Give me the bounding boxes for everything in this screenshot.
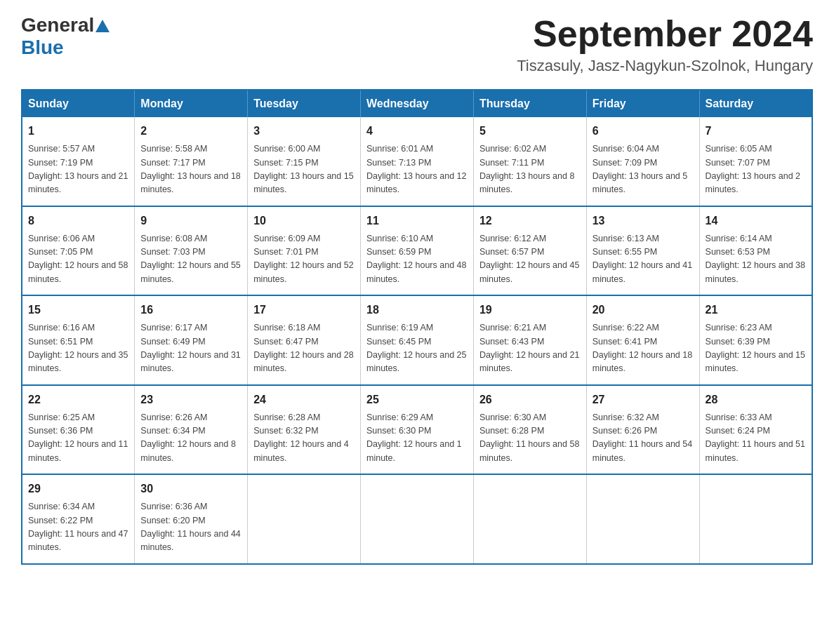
- calendar-cell: 28Sunrise: 6:33 AMSunset: 6:24 PMDayligh…: [699, 385, 812, 475]
- calendar-week-row: 15Sunrise: 6:16 AMSunset: 6:51 PMDayligh…: [22, 295, 812, 385]
- day-number: 28: [706, 391, 806, 408]
- calendar-cell: 8Sunrise: 6:06 AMSunset: 7:05 PMDaylight…: [22, 206, 135, 296]
- calendar-week-row: 8Sunrise: 6:06 AMSunset: 7:05 PMDaylight…: [22, 206, 812, 296]
- day-number: 2: [140, 123, 241, 140]
- day-number: 20: [593, 302, 694, 318]
- day-info: Sunrise: 6:04 AMSunset: 7:09 PMDaylight:…: [593, 142, 694, 197]
- calendar-cell: 12Sunrise: 6:12 AMSunset: 6:57 PMDayligh…: [473, 206, 586, 296]
- calendar-cell: [586, 474, 699, 564]
- calendar-cell: 18Sunrise: 6:19 AMSunset: 6:45 PMDayligh…: [361, 295, 474, 385]
- day-number: 22: [28, 391, 128, 408]
- day-number: 4: [366, 123, 468, 140]
- calendar-cell: 13Sunrise: 6:13 AMSunset: 6:55 PMDayligh…: [586, 206, 699, 296]
- day-info: Sunrise: 6:26 AMSunset: 6:34 PMDaylight:…: [140, 411, 241, 466]
- day-info: Sunrise: 6:17 AMSunset: 6:49 PMDaylight:…: [140, 321, 241, 376]
- calendar-cell: 14Sunrise: 6:14 AMSunset: 6:53 PMDayligh…: [699, 206, 812, 296]
- day-info: Sunrise: 6:18 AMSunset: 6:47 PMDaylight:…: [253, 321, 355, 376]
- logo: General Blue: [21, 14, 110, 59]
- calendar-cell: 21Sunrise: 6:23 AMSunset: 6:39 PMDayligh…: [699, 295, 812, 385]
- day-number: 19: [479, 302, 581, 318]
- day-number: 13: [593, 213, 694, 229]
- calendar-cell: 30Sunrise: 6:36 AMSunset: 6:20 PMDayligh…: [135, 474, 248, 564]
- calendar-week-row: 22Sunrise: 6:25 AMSunset: 6:36 PMDayligh…: [22, 385, 812, 475]
- calendar-cell: [361, 474, 474, 564]
- day-number: 30: [140, 481, 241, 497]
- day-info: Sunrise: 6:28 AMSunset: 6:32 PMDaylight:…: [253, 411, 355, 466]
- calendar-header-friday: Friday: [586, 90, 699, 117]
- day-number: 26: [479, 391, 581, 408]
- day-info: Sunrise: 6:34 AMSunset: 6:22 PMDaylight:…: [28, 500, 128, 555]
- day-number: 3: [253, 123, 355, 140]
- calendar-cell: 6Sunrise: 6:04 AMSunset: 7:09 PMDaylight…: [586, 117, 699, 206]
- calendar-cell: 20Sunrise: 6:22 AMSunset: 6:41 PMDayligh…: [586, 295, 699, 385]
- day-info: Sunrise: 6:01 AMSunset: 7:13 PMDaylight:…: [366, 142, 468, 197]
- location-subtitle: Tiszasuly, Jasz-Nagykun-Szolnok, Hungary: [517, 57, 813, 75]
- day-number: 23: [140, 391, 241, 408]
- day-info: Sunrise: 6:25 AMSunset: 6:36 PMDaylight:…: [28, 411, 128, 466]
- day-info: Sunrise: 6:05 AMSunset: 7:07 PMDaylight:…: [706, 142, 806, 197]
- calendar-table: SundayMondayTuesdayWednesdayThursdayFrid…: [21, 89, 813, 565]
- calendar-cell: 1Sunrise: 5:57 AMSunset: 7:19 PMDaylight…: [22, 117, 135, 206]
- calendar-cell: 4Sunrise: 6:01 AMSunset: 7:13 PMDaylight…: [361, 117, 474, 206]
- day-info: Sunrise: 6:06 AMSunset: 7:05 PMDaylight:…: [28, 232, 128, 287]
- day-number: 27: [593, 391, 694, 408]
- day-number: 18: [366, 302, 468, 318]
- day-info: Sunrise: 6:23 AMSunset: 6:39 PMDaylight:…: [706, 321, 806, 376]
- calendar-cell: 3Sunrise: 6:00 AMSunset: 7:15 PMDaylight…: [248, 117, 361, 206]
- day-number: 10: [253, 213, 355, 229]
- calendar-header-row: SundayMondayTuesdayWednesdayThursdayFrid…: [22, 90, 812, 117]
- calendar-header-sunday: Sunday: [22, 90, 135, 117]
- day-info: Sunrise: 6:09 AMSunset: 7:01 PMDaylight:…: [253, 232, 355, 287]
- day-number: 11: [366, 213, 468, 229]
- day-info: Sunrise: 6:36 AMSunset: 6:20 PMDaylight:…: [140, 500, 241, 555]
- calendar-cell: 17Sunrise: 6:18 AMSunset: 6:47 PMDayligh…: [248, 295, 361, 385]
- calendar-cell: 22Sunrise: 6:25 AMSunset: 6:36 PMDayligh…: [22, 385, 135, 475]
- calendar-week-row: 1Sunrise: 5:57 AMSunset: 7:19 PMDaylight…: [22, 117, 812, 206]
- month-title: September 2024: [517, 14, 813, 54]
- day-info: Sunrise: 6:08 AMSunset: 7:03 PMDaylight:…: [140, 232, 241, 287]
- calendar-header-saturday: Saturday: [699, 90, 812, 117]
- logo-blue-text: Blue: [21, 36, 64, 58]
- calendar-header-tuesday: Tuesday: [248, 90, 361, 117]
- day-number: 21: [706, 302, 806, 318]
- day-info: Sunrise: 6:16 AMSunset: 6:51 PMDaylight:…: [28, 321, 128, 376]
- day-number: 12: [479, 213, 581, 229]
- calendar-cell: 27Sunrise: 6:32 AMSunset: 6:26 PMDayligh…: [586, 385, 699, 475]
- day-number: 14: [706, 213, 806, 229]
- day-number: 25: [366, 391, 468, 408]
- calendar-cell: 9Sunrise: 6:08 AMSunset: 7:03 PMDaylight…: [135, 206, 248, 296]
- calendar-cell: 15Sunrise: 6:16 AMSunset: 6:51 PMDayligh…: [22, 295, 135, 385]
- day-number: 6: [593, 123, 694, 140]
- day-info: Sunrise: 6:19 AMSunset: 6:45 PMDaylight:…: [366, 321, 468, 376]
- day-number: 16: [140, 302, 241, 318]
- calendar-header-thursday: Thursday: [473, 90, 586, 117]
- day-info: Sunrise: 6:21 AMSunset: 6:43 PMDaylight:…: [479, 321, 581, 376]
- day-number: 29: [28, 481, 128, 497]
- calendar-cell: 11Sunrise: 6:10 AMSunset: 6:59 PMDayligh…: [361, 206, 474, 296]
- logo-general-text: General: [21, 14, 94, 36]
- calendar-cell: [473, 474, 586, 564]
- day-info: Sunrise: 5:58 AMSunset: 7:17 PMDaylight:…: [140, 142, 241, 197]
- calendar-cell: 25Sunrise: 6:29 AMSunset: 6:30 PMDayligh…: [361, 385, 474, 475]
- calendar-header-monday: Monday: [135, 90, 248, 117]
- day-number: 7: [706, 123, 806, 140]
- day-info: Sunrise: 6:00 AMSunset: 7:15 PMDaylight:…: [253, 142, 355, 197]
- calendar-week-row: 29Sunrise: 6:34 AMSunset: 6:22 PMDayligh…: [22, 474, 812, 564]
- day-number: 17: [253, 302, 355, 318]
- calendar-cell: 16Sunrise: 6:17 AMSunset: 6:49 PMDayligh…: [135, 295, 248, 385]
- day-number: 24: [253, 391, 355, 408]
- day-info: Sunrise: 6:02 AMSunset: 7:11 PMDaylight:…: [479, 142, 581, 197]
- calendar-header-wednesday: Wednesday: [361, 90, 474, 117]
- day-info: Sunrise: 6:10 AMSunset: 6:59 PMDaylight:…: [366, 232, 468, 287]
- day-info: Sunrise: 6:12 AMSunset: 6:57 PMDaylight:…: [479, 232, 581, 287]
- calendar-cell: 5Sunrise: 6:02 AMSunset: 7:11 PMDaylight…: [473, 117, 586, 206]
- calendar-cell: 7Sunrise: 6:05 AMSunset: 7:07 PMDaylight…: [699, 117, 812, 206]
- calendar-cell: 24Sunrise: 6:28 AMSunset: 6:32 PMDayligh…: [248, 385, 361, 475]
- calendar-cell: 29Sunrise: 6:34 AMSunset: 6:22 PMDayligh…: [22, 474, 135, 564]
- day-number: 1: [28, 123, 128, 140]
- calendar-cell: 19Sunrise: 6:21 AMSunset: 6:43 PMDayligh…: [473, 295, 586, 385]
- calendar-cell: [699, 474, 812, 564]
- calendar-cell: 26Sunrise: 6:30 AMSunset: 6:28 PMDayligh…: [473, 385, 586, 475]
- day-info: Sunrise: 6:32 AMSunset: 6:26 PMDaylight:…: [593, 411, 694, 466]
- day-number: 9: [140, 213, 241, 229]
